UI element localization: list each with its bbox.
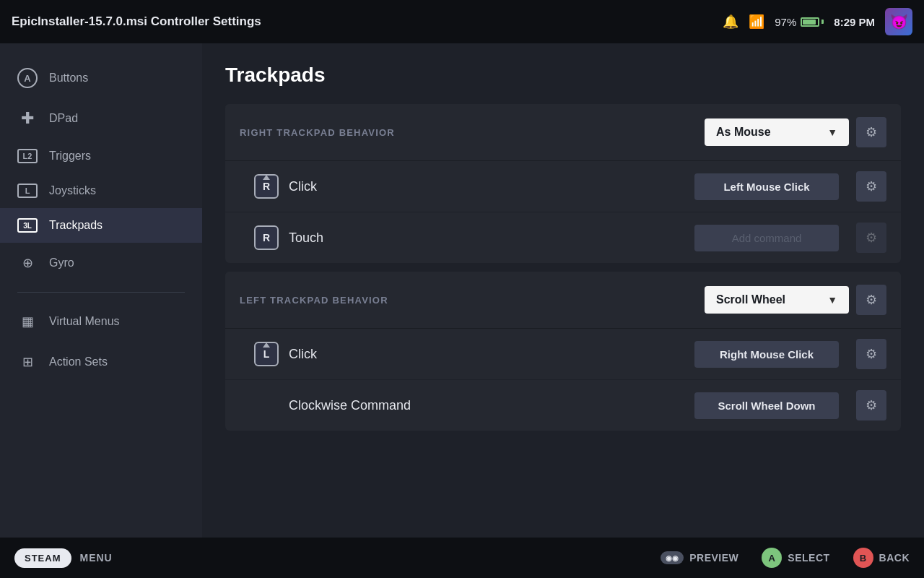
chevron-down-icon: ▼ xyxy=(827,126,837,138)
left-click-binding[interactable]: Right Mouse Click xyxy=(694,341,839,368)
gyro-icon: ⊕ xyxy=(17,253,38,273)
page-title: Trackpads xyxy=(225,64,901,87)
sidebar-item-dpad[interactable]: ✚ DPad xyxy=(0,98,202,139)
sidebar-item-buttons[interactable]: A Buttons xyxy=(0,58,202,98)
sidebar-label-trackpads: Trackpads xyxy=(49,219,103,232)
select-action: A SELECT xyxy=(762,548,829,568)
virtual-menus-icon: ▦ xyxy=(17,311,38,332)
battery-icon xyxy=(801,17,824,27)
action-sets-icon: ⊞ xyxy=(17,352,38,372)
right-click-name: Click xyxy=(289,179,684,194)
left-click-gear-button[interactable]: ⚙ xyxy=(856,339,886,369)
sidebar-item-action-sets[interactable]: ⊞ Action Sets xyxy=(0,342,202,382)
left-trackpad-header: LEFT TRACKPAD BEHAVIOR Scroll Wheel ▼ ⚙ xyxy=(225,272,901,329)
topbar-icons: 🔔 📶 97% 8:29 PM 😈 xyxy=(723,8,912,35)
sidebar: A Buttons ✚ DPad L2 Triggers L Joysticks… xyxy=(0,43,202,538)
sidebar-item-trackpads[interactable]: 3L Trackpads xyxy=(0,208,202,243)
select-label: SELECT xyxy=(788,552,829,564)
sidebar-item-gyro[interactable]: ⊕ Gyro xyxy=(0,243,202,283)
battery-pct: 97% xyxy=(775,16,796,28)
preview-controller-icon: ◉◉ xyxy=(661,551,684,564)
sidebar-item-virtual-menus[interactable]: ▦ Virtual Menus xyxy=(0,301,202,342)
topbar-title: EpicInstaller-15.7.0.msi Controller Sett… xyxy=(12,14,714,29)
left-click-row: L Click Right Mouse Click ⚙ xyxy=(225,329,901,380)
preview-action: ◉◉ PREVIEW xyxy=(661,551,738,564)
bottombar: STEAM MENU ◉◉ PREVIEW A SELECT B BACK xyxy=(0,538,924,578)
clockwise-command-row: Clockwise Command Scroll Wheel Down ⚙ xyxy=(225,380,901,431)
right-behavior-value: As Mouse xyxy=(716,126,771,139)
right-behavior-gear-button[interactable]: ⚙ xyxy=(856,117,886,147)
left-behavior-dropdown[interactable]: Scroll Wheel ▼ xyxy=(705,286,849,314)
content-area: Trackpads RIGHT TRACKPAD BEHAVIOR As Mou… xyxy=(202,43,924,538)
clockwise-command-binding[interactable]: Scroll Wheel Down xyxy=(694,392,839,419)
right-touch-name: Touch xyxy=(289,230,684,246)
right-trackpad-header: RIGHT TRACKPAD BEHAVIOR As Mouse ▼ ⚙ xyxy=(225,104,901,161)
triggers-icon: L2 xyxy=(17,149,38,163)
sidebar-label-virtual-menus: Virtual Menus xyxy=(49,315,120,328)
dpad-icon: ✚ xyxy=(17,108,38,129)
right-touch-binding[interactable]: Add command xyxy=(694,225,839,251)
clockwise-gear-button[interactable]: ⚙ xyxy=(856,390,886,420)
preview-label: PREVIEW xyxy=(689,552,738,564)
right-trackpad-section: RIGHT TRACKPAD BEHAVIOR As Mouse ▼ ⚙ R C… xyxy=(225,104,901,263)
sidebar-item-joysticks[interactable]: L Joysticks xyxy=(0,173,202,208)
menu-label: MENU xyxy=(80,552,113,564)
left-trackpad-label: LEFT TRACKPAD BEHAVIOR xyxy=(240,295,705,306)
left-click-name: Click xyxy=(289,347,684,362)
right-click-badge: R xyxy=(254,174,279,199)
wifi-icon: 📶 xyxy=(749,14,764,30)
sidebar-label-action-sets: Action Sets xyxy=(49,355,108,368)
right-touch-row: R Touch Add command ⚙ xyxy=(225,212,901,263)
buttons-icon: A xyxy=(17,68,38,88)
notification-icon[interactable]: 🔔 xyxy=(723,14,738,30)
back-label: BACK xyxy=(879,552,910,564)
right-trackpad-label: RIGHT TRACKPAD BEHAVIOR xyxy=(240,127,705,138)
avatar[interactable]: 😈 xyxy=(885,8,912,35)
sidebar-label-dpad: DPad xyxy=(49,112,78,125)
right-click-gear-button[interactable]: ⚙ xyxy=(856,171,886,202)
sidebar-label-triggers: Triggers xyxy=(49,150,91,163)
a-button[interactable]: A xyxy=(762,548,782,568)
chevron-down-icon-left: ▼ xyxy=(827,294,837,306)
clockwise-command-name: Clockwise Command xyxy=(254,398,684,413)
bottom-actions: ◉◉ PREVIEW A SELECT B BACK xyxy=(643,548,910,568)
clock: 8:29 PM xyxy=(834,16,875,28)
right-behavior-dropdown[interactable]: As Mouse ▼ xyxy=(705,118,849,146)
left-trackpad-section: LEFT TRACKPAD BEHAVIOR Scroll Wheel ▼ ⚙ … xyxy=(225,272,901,431)
back-action: B BACK xyxy=(853,548,910,568)
topbar: EpicInstaller-15.7.0.msi Controller Sett… xyxy=(0,0,924,43)
b-button[interactable]: B xyxy=(853,548,873,568)
left-click-badge: L xyxy=(254,342,279,366)
left-behavior-value: Scroll Wheel xyxy=(716,293,785,306)
steam-button[interactable]: STEAM xyxy=(14,548,71,568)
right-touch-badge: R xyxy=(254,225,279,250)
main-layout: A Buttons ✚ DPad L2 Triggers L Joysticks… xyxy=(0,43,924,538)
sidebar-label-buttons: Buttons xyxy=(49,72,88,85)
sidebar-divider xyxy=(17,292,185,293)
right-touch-gear-button[interactable]: ⚙ xyxy=(856,223,886,253)
right-click-row: R Click Left Mouse Click ⚙ xyxy=(225,161,901,212)
right-click-binding[interactable]: Left Mouse Click xyxy=(694,173,839,200)
left-behavior-gear-button[interactable]: ⚙ xyxy=(856,285,886,315)
joysticks-icon: L xyxy=(17,184,38,198)
sidebar-label-joysticks: Joysticks xyxy=(49,184,96,197)
trackpads-icon: 3L xyxy=(17,218,38,233)
battery-area: 97% xyxy=(775,16,824,28)
sidebar-item-triggers[interactable]: L2 Triggers xyxy=(0,139,202,173)
sidebar-label-gyro: Gyro xyxy=(49,256,74,269)
